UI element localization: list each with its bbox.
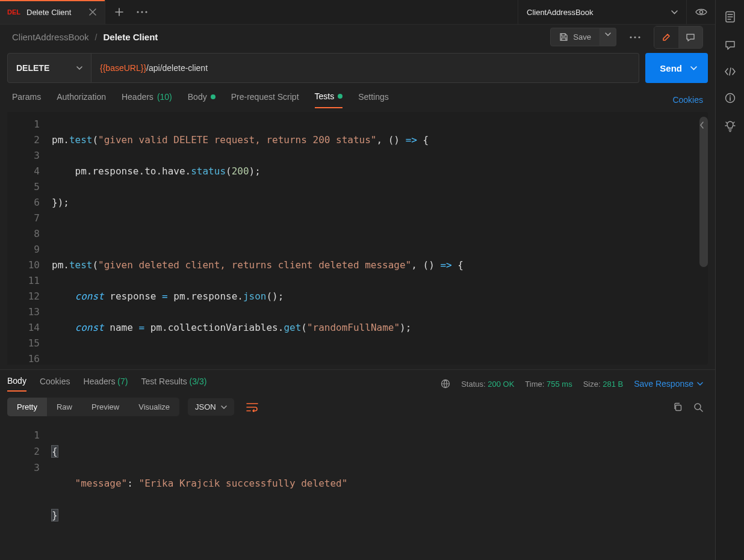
view-visualize[interactable]: Visualize [129, 398, 179, 416]
collapse-sidebar-icon[interactable] [699, 122, 704, 129]
breadcrumb-request: Delete Client [103, 32, 158, 42]
response-view-mode: Pretty Raw Preview Visualize [7, 398, 179, 416]
right-rail [715, 0, 744, 560]
tab-bar: DEL Delete Client ClientAddressBook [0, 0, 715, 25]
tab-authorization[interactable]: Authorization [57, 92, 106, 108]
editor-scrollbar[interactable] [699, 117, 708, 267]
lightbulb-icon[interactable] [725, 120, 736, 132]
code-icon[interactable] [724, 67, 736, 76]
tab-settings[interactable]: Settings [358, 92, 389, 108]
status-label: Status: [461, 380, 485, 389]
breadcrumb-separator: / [95, 32, 98, 42]
url-path: /api/delete-client [146, 63, 208, 73]
comment-mode-button[interactable] [678, 26, 702, 48]
request-url-input[interactable]: {{baseURL}}/api/delete-client [91, 53, 639, 83]
url-variable: {{baseURL}} [100, 63, 146, 73]
tab-title: Delete Client [26, 8, 71, 17]
tab-prerequest[interactable]: Pre-request Script [231, 92, 299, 108]
response-header: Body Cookies Headers (7) Test Results (3… [0, 369, 715, 392]
response-tab-body[interactable]: Body [7, 376, 26, 392]
status-value: 200 OK [488, 380, 514, 389]
svg-point-2 [146, 11, 147, 13]
response-headers-count: (7) [117, 377, 128, 386]
tab-body[interactable]: Body [188, 92, 215, 108]
response-content[interactable]: { "message": "Erika Krajcik successfully… [49, 422, 708, 560]
close-icon[interactable] [89, 8, 96, 16]
view-raw[interactable]: Raw [47, 398, 82, 416]
info-icon[interactable] [725, 93, 736, 103]
svg-point-12 [730, 96, 731, 97]
line-wrap-icon[interactable] [243, 399, 262, 416]
environment-quicklook-icon[interactable] [686, 0, 715, 24]
headers-count: (10) [157, 92, 172, 102]
svg-point-5 [634, 36, 636, 38]
time-label: Time: [525, 380, 544, 389]
http-method-value: DELETE [16, 63, 49, 73]
cookies-link[interactable]: Cookies [672, 95, 703, 105]
response-tab-cookies[interactable]: Cookies [40, 377, 70, 391]
send-label: Send [660, 63, 682, 73]
tab-method-badge: DEL [7, 8, 20, 16]
svg-point-1 [141, 11, 143, 13]
chevron-down-icon[interactable] [690, 66, 697, 70]
http-method-select[interactable]: DELETE [7, 53, 91, 83]
view-pretty[interactable]: Pretty [7, 398, 47, 416]
chevron-down-icon [671, 10, 678, 14]
more-tabs-icon[interactable] [137, 11, 147, 13]
new-tab-icon[interactable] [115, 8, 123, 16]
svg-point-3 [699, 10, 702, 13]
body-indicator-icon [211, 94, 215, 99]
request-header: ClientAddressBook / Delete Client Save [0, 25, 715, 49]
tab-params[interactable]: Params [12, 92, 41, 108]
editor-gutter: 1234567891011121314151617 [7, 112, 49, 365]
environment-name: ClientAddressBook [527, 8, 594, 17]
svg-rect-8 [676, 405, 681, 410]
edit-mode-button[interactable] [654, 26, 678, 48]
tests-indicator-icon [338, 94, 343, 99]
response-toolbar: Pretty Raw Preview Visualize JSON [0, 392, 715, 416]
editor-content[interactable]: pm.test("given valid DELETE request, ret… [49, 112, 708, 365]
tests-editor[interactable]: 1234567891011121314151617 pm.test("given… [7, 112, 708, 365]
request-url-row: DELETE {{baseURL}}/api/delete-client Sen… [0, 49, 715, 83]
tab-tests[interactable]: Tests [315, 91, 343, 108]
more-actions-icon[interactable] [622, 36, 648, 38]
response-gutter: 1 2 3 [7, 422, 49, 560]
response-tab-headers[interactable]: Headers (7) [84, 377, 128, 391]
save-dropdown[interactable] [600, 28, 616, 46]
size-label: Size: [583, 380, 601, 389]
svg-point-6 [638, 36, 640, 38]
request-tab[interactable]: DEL Delete Client [0, 0, 105, 24]
comments-icon[interactable] [725, 40, 736, 51]
save-label: Save [573, 32, 591, 42]
svg-point-0 [137, 11, 139, 13]
size-value: 281 B [603, 380, 623, 389]
search-icon[interactable] [693, 402, 703, 412]
time-value: 755 ms [547, 380, 572, 389]
response-tab-test-results[interactable]: Test Results (3/3) [141, 377, 206, 391]
save-button[interactable]: Save [550, 28, 600, 46]
save-response-button[interactable]: Save Response [634, 379, 703, 389]
view-mode-toggle [654, 26, 703, 49]
test-results-count: (3/3) [190, 377, 207, 386]
svg-point-4 [630, 36, 631, 38]
documentation-icon[interactable] [725, 11, 736, 23]
copy-icon[interactable] [673, 402, 683, 412]
request-subtabs: Params Authorization Headers (10) Body P… [0, 83, 715, 108]
response-body-editor[interactable]: 1 2 3 { "message": "Erika Krajcik succes… [0, 416, 715, 560]
response-format-select[interactable]: JSON [188, 398, 234, 416]
send-button[interactable]: Send [645, 53, 708, 83]
view-preview[interactable]: Preview [82, 398, 129, 416]
tab-headers[interactable]: Headers (10) [122, 92, 172, 108]
breadcrumb-collection[interactable]: ClientAddressBook [12, 32, 89, 42]
environment-selector[interactable]: ClientAddressBook [518, 0, 686, 24]
save-icon [559, 32, 568, 42]
tab-bar-actions [105, 0, 157, 24]
save-button-group: Save [550, 28, 616, 46]
globe-icon[interactable] [441, 379, 450, 389]
